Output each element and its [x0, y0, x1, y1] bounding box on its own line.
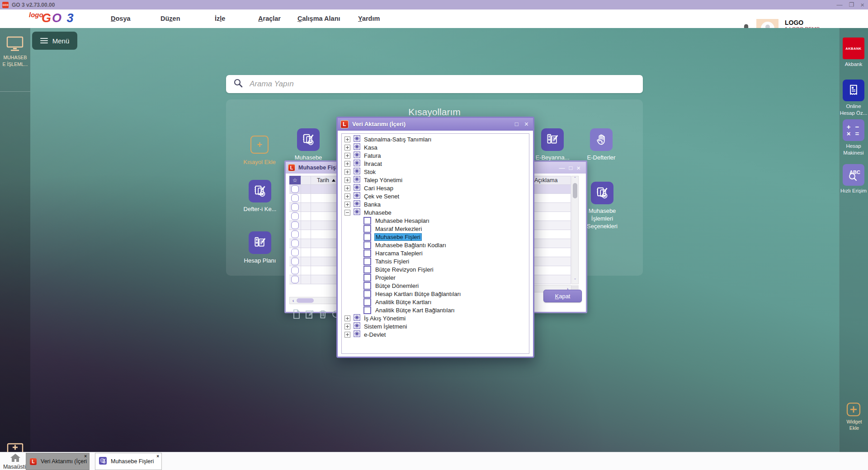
- menu-i̇zle[interactable]: İzle: [215, 15, 225, 22]
- restore-button[interactable]: ❐: [849, 2, 854, 8]
- row-select-cell[interactable]: [289, 257, 301, 266]
- shortcut-e-beyannameler[interactable]: E-Beyanna...: [528, 128, 577, 161]
- tree-node-banka[interactable]: Banka: [342, 200, 529, 208]
- tree-node-i-hracat[interactable]: İhracat: [342, 160, 529, 168]
- dialog-titlebar[interactable]: L Veri Aktarımı (İçeri) □ ×: [338, 118, 533, 131]
- tree-node-label[interactable]: Cari Hesap: [364, 185, 393, 192]
- tree-node-label[interactable]: Satınalma-Satış Tanımları: [364, 136, 431, 143]
- tree-leaf-label[interactable]: Bütçe Dönemleri: [375, 282, 419, 289]
- minimize-button[interactable]: —: [837, 2, 843, 8]
- collapse-icon[interactable]: [344, 210, 350, 216]
- tree-node-label[interactable]: Talep Yönetimi: [364, 177, 402, 183]
- tree-node-label[interactable]: e-Devlet: [364, 331, 386, 338]
- shortcut-muhasebe[interactable]: Muhasebe: [283, 128, 333, 161]
- tree-leaf-label[interactable]: Hesap Kartları Bütçe Bağlantıları: [375, 291, 461, 297]
- row-cell[interactable]: [301, 221, 311, 230]
- tree-leaf-tahsis-fişleri[interactable]: Tahsis Fişleri: [342, 257, 529, 265]
- taskbar-home[interactable]: Masaüstü: [2, 454, 29, 470]
- tree-leaf-muhasebe-fişleri[interactable]: Muhasebe Fişleri: [342, 233, 529, 241]
- row-cell[interactable]: [301, 275, 311, 284]
- tree-leaf-label[interactable]: Projeler: [375, 274, 396, 281]
- tree-node-label[interactable]: Fatura: [364, 152, 381, 159]
- shortcut-defter-i-kebir[interactable]: Defter-i Ke...: [235, 180, 285, 213]
- tree-node-fatura[interactable]: Fatura: [342, 151, 529, 160]
- checkbox[interactable]: [363, 274, 371, 282]
- menu-dosya[interactable]: Dosya: [111, 15, 131, 22]
- tree-node-satınalma-satış-tanımları[interactable]: Satınalma-Satış Tanımları: [342, 135, 529, 143]
- row-select-cell[interactable]: [289, 212, 301, 221]
- row-select-cell[interactable]: [289, 230, 301, 239]
- tree-node-sistem-i-şletmeni[interactable]: Sistem İşletmeni: [342, 322, 529, 330]
- row-checkbox[interactable]: [291, 203, 299, 211]
- checkbox[interactable]: [363, 233, 371, 241]
- tree-leaf-label[interactable]: Analitik Bütçe Kart Bağlantıları: [375, 307, 455, 314]
- tree-leaf-bütçe-dönemleri[interactable]: Bütçe Dönemleri: [342, 282, 529, 290]
- tree-leaf-label[interactable]: Muhasebe Hesapları: [375, 217, 429, 224]
- tree-node-talep-yönetimi[interactable]: Talep Yönetimi: [342, 176, 529, 184]
- tree-leaf-label[interactable]: Analitik Bütçe Kartları: [375, 299, 431, 306]
- close-button[interactable]: ×: [860, 1, 864, 8]
- maximize-button[interactable]: □: [515, 121, 519, 127]
- tab-close-icon[interactable]: ×: [84, 454, 87, 459]
- row-select-cell[interactable]: [289, 275, 301, 284]
- tree-node-label[interactable]: Çek ve Senet: [364, 193, 399, 200]
- tree-leaf-projeler[interactable]: Projeler: [342, 273, 529, 282]
- os-titlebar[interactable]: GO3 GO 3 v2.73.00.00 — ❐ ×: [0, 0, 868, 9]
- tree-leaf-analitik-bütçe-kart-bağlantıları[interactable]: Analitik Bütçe Kart Bağlantıları: [342, 306, 529, 314]
- expand-icon[interactable]: [344, 315, 350, 321]
- widget-add-button[interactable]: Widget Ekle: [839, 402, 868, 431]
- checkbox[interactable]: [363, 298, 371, 306]
- tree-node-label[interactable]: İş Akış Yönetimi: [364, 315, 406, 322]
- expand-icon[interactable]: [344, 177, 350, 183]
- expand-icon[interactable]: [344, 161, 350, 167]
- tree-leaf-harcama-talepleri[interactable]: Harcama Talepleri: [342, 249, 529, 257]
- tree-leaf-hesap-kartları-bütçe-bağlantıları[interactable]: Hesap Kartları Bütçe Bağlantıları: [342, 290, 529, 298]
- tree-leaf-label[interactable]: Bütçe Revizyon Fişleri: [375, 266, 434, 273]
- rail-item-hizli-erisim[interactable]: ABCHızlı Erişim: [839, 164, 868, 194]
- new-record-button[interactable]: [291, 309, 302, 320]
- row-select-cell[interactable]: [289, 239, 301, 248]
- tree-node-çek-ve-senet[interactable]: Çek ve Senet: [342, 192, 529, 200]
- row-cell[interactable]: [301, 248, 311, 257]
- menu-button[interactable]: Menü: [32, 32, 77, 50]
- row-cell[interactable]: [301, 230, 311, 239]
- maximize-button[interactable]: □: [569, 165, 572, 171]
- minimize-button[interactable]: —: [559, 165, 565, 171]
- row-checkbox[interactable]: [291, 267, 299, 274]
- row-checkbox[interactable]: [291, 230, 299, 238]
- tree-leaf-label-selected[interactable]: Muhasebe Fişleri: [374, 233, 422, 241]
- row-checkbox[interactable]: [291, 258, 299, 265]
- tree-leaf-label[interactable]: Masraf Merkezleri: [375, 226, 422, 232]
- checkbox[interactable]: [363, 258, 371, 265]
- row-select-cell[interactable]: [289, 266, 301, 275]
- checkbox[interactable]: [363, 225, 371, 233]
- tree-node-stok[interactable]: Stok: [342, 168, 529, 176]
- close-button[interactable]: ×: [576, 164, 580, 171]
- tree-node-kasa[interactable]: Kasa: [342, 143, 529, 151]
- shortcut-e-defterler[interactable]: E-Defterler: [576, 128, 626, 161]
- row-cell[interactable]: [301, 185, 311, 194]
- row-checkbox[interactable]: [291, 276, 299, 283]
- tree-node-label[interactable]: İhracat: [364, 160, 382, 167]
- tree-leaf-muhasebe-bağlantı-kodları[interactable]: Muhasebe Bağlantı Kodları: [342, 241, 529, 249]
- checkbox[interactable]: [363, 282, 371, 290]
- scroll-down-arrow[interactable]: ˇ: [572, 277, 578, 284]
- expand-icon[interactable]: [344, 153, 350, 159]
- checkbox[interactable]: [363, 249, 371, 257]
- vertical-scrollbar[interactable]: ˆ ˇ: [571, 176, 579, 284]
- tree-node-cari-hesap[interactable]: Cari Hesap: [342, 184, 529, 192]
- row-select-cell[interactable]: [289, 221, 301, 230]
- row-select-cell[interactable]: [289, 185, 301, 194]
- scrollbar-thumb[interactable]: [573, 183, 577, 198]
- rail-item-akbank[interactable]: AKBANKAkbank: [839, 38, 868, 68]
- checkbox[interactable]: [363, 306, 371, 314]
- tree-node-label[interactable]: Banka: [364, 201, 381, 208]
- shortcut-kisayol-ekle[interactable]: +Kısayol Ekle: [235, 134, 284, 166]
- search-input[interactable]: [249, 79, 643, 89]
- checkbox[interactable]: [363, 266, 371, 273]
- row-checkbox[interactable]: [291, 212, 299, 220]
- tree-leaf-label[interactable]: Muhasebe Bağlantı Kodları: [375, 242, 446, 249]
- expand-icon[interactable]: [344, 185, 350, 191]
- row-checkbox[interactable]: [291, 221, 299, 229]
- row-select-cell[interactable]: [289, 248, 301, 257]
